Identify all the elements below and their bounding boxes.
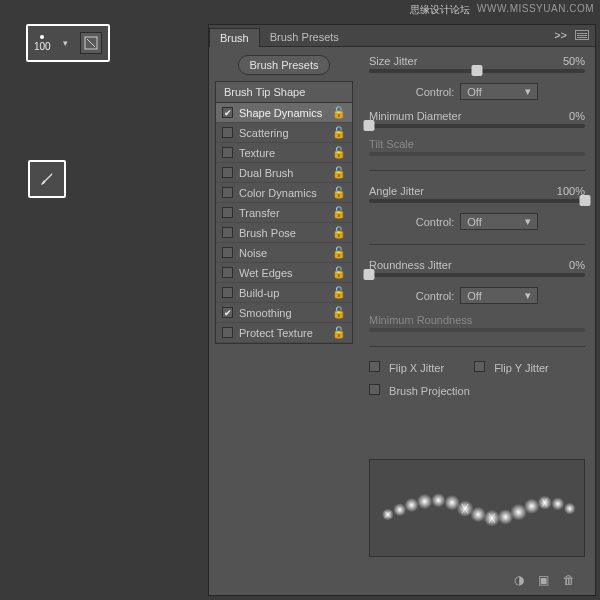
shape-dynamics-settings: Size Jitter50% Control: Off▾ Minimum Dia…: [359, 47, 595, 595]
chevron-down-icon: ▾: [525, 289, 531, 302]
option-label: Transfer: [239, 207, 280, 219]
brush-options-list: Brush Tip Shape Shape Dynamics🔓 Scatteri…: [215, 81, 353, 344]
lock-icon[interactable]: 🔓: [332, 146, 346, 159]
checkbox[interactable]: [222, 247, 233, 258]
roundness-jitter-value[interactable]: 0%: [569, 259, 585, 271]
option-label: Shape Dynamics: [239, 107, 322, 119]
checkbox[interactable]: [222, 267, 233, 278]
lock-icon[interactable]: 🔓: [332, 266, 346, 279]
chevron-down-icon: ▾: [525, 215, 531, 228]
lock-icon[interactable]: 🔓: [332, 166, 346, 179]
brush-presets-button[interactable]: Brush Presets: [238, 55, 329, 75]
option-texture[interactable]: Texture🔓: [216, 143, 352, 163]
tab-brush[interactable]: Brush: [209, 28, 260, 47]
lock-icon[interactable]: 🔓: [332, 286, 346, 299]
collapse-icon[interactable]: >>: [554, 29, 567, 41]
brush-size-picker[interactable]: 100 ▾: [26, 24, 110, 62]
option-wet-edges[interactable]: Wet Edges🔓: [216, 263, 352, 283]
panel-tabbar: Brush Brush Presets >>: [209, 25, 595, 47]
lock-icon[interactable]: 🔓: [332, 206, 346, 219]
svg-point-5: [431, 493, 445, 507]
option-shape-dynamics[interactable]: Shape Dynamics🔓: [216, 103, 352, 123]
option-build-up[interactable]: Build-up🔓: [216, 283, 352, 303]
lock-icon[interactable]: 🔓: [332, 246, 346, 259]
option-label: Noise: [239, 247, 267, 259]
brush-projection-checkbox[interactable]: [369, 384, 380, 395]
option-label: Scattering: [239, 127, 289, 139]
option-label: Color Dynamics: [239, 187, 317, 199]
size-jitter-label: Size Jitter: [369, 55, 417, 67]
option-label: Wet Edges: [239, 267, 293, 279]
lock-icon[interactable]: 🔓: [332, 106, 346, 119]
checkbox[interactable]: [222, 307, 233, 318]
watermark-cn-text: 思缘设计论坛: [410, 3, 470, 17]
lock-icon[interactable]: 🔓: [332, 306, 346, 319]
option-scattering[interactable]: Scattering🔓: [216, 123, 352, 143]
option-transfer[interactable]: Transfer🔓: [216, 203, 352, 223]
brush-dot-icon: [40, 35, 44, 39]
checkbox[interactable]: [222, 187, 233, 198]
option-label: Brush Pose: [239, 227, 296, 239]
roundness-jitter-slider[interactable]: [369, 273, 585, 277]
option-protect-texture[interactable]: Protect Texture🔓: [216, 323, 352, 343]
checkbox[interactable]: [222, 227, 233, 238]
checkbox[interactable]: [222, 207, 233, 218]
control-label: Control:: [416, 290, 455, 302]
lock-icon[interactable]: 🔓: [332, 186, 346, 199]
svg-point-2: [393, 503, 406, 516]
svg-point-12: [524, 498, 539, 513]
option-brush-pose[interactable]: Brush Pose🔓: [216, 223, 352, 243]
lock-icon[interactable]: 🔓: [332, 126, 346, 139]
brush-projection-label: Brush Projection: [389, 385, 470, 397]
checkbox[interactable]: [222, 127, 233, 138]
brush-size-value: 100: [34, 41, 51, 52]
toggle-preview-icon[interactable]: ◑: [514, 573, 524, 587]
flip-x-checkbox[interactable]: [369, 361, 380, 372]
svg-point-8: [470, 507, 485, 522]
min-roundness-label: Minimum Roundness: [369, 314, 472, 326]
brush-panel-toggle[interactable]: [80, 32, 102, 54]
flip-y-label: Flip Y Jitter: [494, 362, 549, 374]
option-label: Protect Texture: [239, 327, 313, 339]
min-diameter-label: Minimum Diameter: [369, 110, 461, 122]
checkbox[interactable]: [222, 167, 233, 178]
brush-tip-shape-header[interactable]: Brush Tip Shape: [216, 82, 352, 103]
option-label: Texture: [239, 147, 275, 159]
watermark-text: WWW.MISSYUAN.COM: [477, 3, 594, 14]
tilt-scale-slider: [369, 152, 585, 156]
checkbox[interactable]: [222, 327, 233, 338]
option-color-dynamics[interactable]: Color Dynamics🔓: [216, 183, 352, 203]
option-dual-brush[interactable]: Dual Brush🔓: [216, 163, 352, 183]
checkbox[interactable]: [222, 147, 233, 158]
panel-menu-icon[interactable]: [575, 30, 589, 40]
new-preset-icon[interactable]: ▣: [538, 573, 549, 587]
option-smoothing[interactable]: Smoothing🔓: [216, 303, 352, 323]
lock-icon[interactable]: 🔓: [332, 226, 346, 239]
control-label: Control:: [416, 86, 455, 98]
checkbox[interactable]: [222, 287, 233, 298]
size-jitter-value[interactable]: 50%: [563, 55, 585, 67]
option-label: Dual Brush: [239, 167, 293, 179]
chevron-down-icon[interactable]: ▾: [63, 38, 68, 48]
angle-control-select[interactable]: Off▾: [460, 213, 538, 230]
svg-point-15: [564, 503, 576, 515]
checkbox[interactable]: [222, 107, 233, 118]
min-diameter-value[interactable]: 0%: [569, 110, 585, 122]
option-noise[interactable]: Noise🔓: [216, 243, 352, 263]
angle-jitter-slider[interactable]: [369, 199, 585, 203]
min-diameter-slider[interactable]: [369, 124, 585, 128]
angle-jitter-label: Angle Jitter: [369, 185, 424, 197]
flip-y-checkbox[interactable]: [474, 361, 485, 372]
min-roundness-slider: [369, 328, 585, 332]
size-jitter-slider[interactable]: [369, 69, 585, 73]
tilt-scale-label: Tilt Scale: [369, 138, 414, 150]
lock-icon[interactable]: 🔓: [332, 326, 346, 339]
size-control-select[interactable]: Off▾: [460, 83, 538, 100]
trash-icon[interactable]: 🗑: [563, 573, 575, 587]
roundness-jitter-label: Roundness Jitter: [369, 259, 452, 271]
roundness-control-select[interactable]: Off▾: [460, 287, 538, 304]
svg-point-4: [417, 494, 432, 509]
svg-point-14: [551, 497, 564, 510]
brush-tool-button[interactable]: [28, 160, 66, 198]
tab-brush-presets[interactable]: Brush Presets: [260, 28, 349, 46]
